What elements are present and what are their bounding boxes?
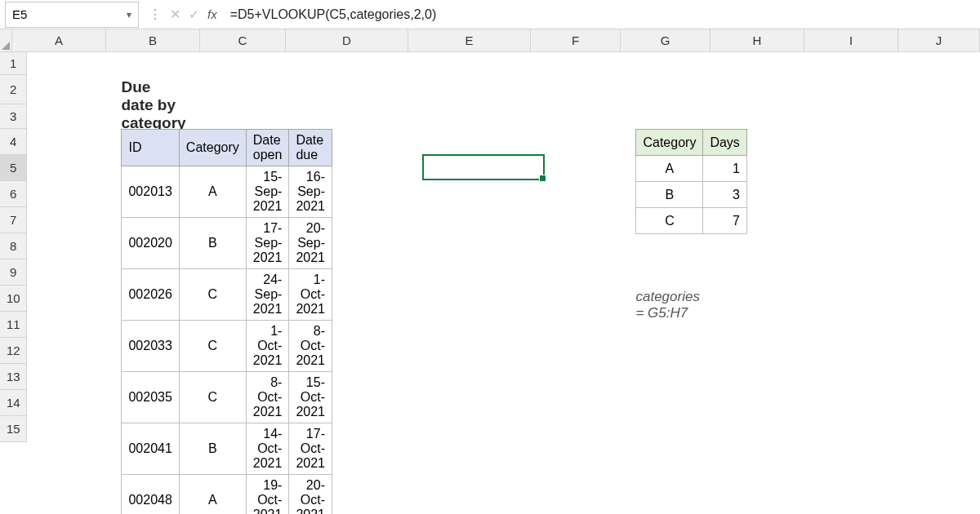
cell[interactable]: C [179,372,246,423]
fx-icon[interactable]: fx [207,7,217,21]
main-header-3[interactable]: Date due [289,130,332,166]
table-row: 002026C24-Sep-20211-Oct-2021 [122,269,332,321]
dots-icon[interactable]: ⋮ [149,7,162,22]
row-header-10[interactable]: 10 [0,286,27,312]
cell[interactable]: A [179,166,246,218]
row-header-9[interactable]: 9 [0,259,27,286]
col-header-G[interactable]: G [621,29,710,52]
select-all-corner[interactable] [0,29,12,52]
col-header-C[interactable]: C [200,29,286,52]
cell[interactable]: B [636,182,703,208]
lookup-header-0[interactable]: Category [636,130,703,156]
row-header-2[interactable]: 2 [0,75,27,104]
cell[interactable]: 002048 [122,475,179,515]
col-header-E[interactable]: E [408,29,531,52]
formula-bar-icons: ⋮ ✕ ✓ fx [142,7,224,22]
col-header-F[interactable]: F [531,29,621,52]
cell[interactable]: C [179,321,246,372]
table-row: 002041B14-Oct-202117-Oct-2021 [122,423,332,475]
col-header-J[interactable]: J [898,29,980,52]
col-header-D[interactable]: D [286,29,408,52]
table-row: 002048A19-Oct-202120-Oct-2021 [122,475,332,515]
row-header-1[interactable]: 1 [0,52,27,75]
page-title: Due date by category [121,78,185,132]
cell[interactable]: 002013 [122,166,179,218]
row-header-8[interactable]: 8 [0,233,27,259]
cell[interactable]: 3 [703,182,746,208]
cell[interactable]: 1-Oct-2021 [246,321,289,372]
cell[interactable]: 002033 [122,321,179,372]
chevron-down-icon[interactable]: ▾ [127,9,131,20]
col-header-H[interactable]: H [710,29,804,52]
row-header-3[interactable]: 3 [0,104,27,129]
formula-bar: E5 ▾ ⋮ ✕ ✓ fx =D5+VLOOKUP(C5,categories,… [0,0,980,29]
table-row: 002013A15-Sep-202116-Sep-2021 [122,166,332,218]
cell[interactable]: 7 [703,208,746,234]
col-header-I[interactable]: I [804,29,898,52]
cell[interactable]: 14-Oct-2021 [246,423,289,475]
cell[interactable]: 17-Sep-2021 [246,218,289,269]
row-header-14[interactable]: 14 [0,390,27,416]
cell[interactable]: 8-Oct-2021 [246,372,289,423]
table-row: B3 [636,182,746,208]
row-header-12[interactable]: 12 [0,338,27,364]
cell[interactable]: 15-Sep-2021 [246,166,289,218]
cell[interactable]: 24-Sep-2021 [246,269,289,321]
cell[interactable]: A [636,156,703,182]
cancel-icon[interactable]: ✕ [170,7,180,22]
table-row: 002035C8-Oct-202115-Oct-2021 [122,372,332,423]
cell[interactable]: 16-Sep-2021 [289,166,332,218]
cell[interactable]: 002020 [122,218,179,269]
selection-box [422,154,545,180]
confirm-icon[interactable]: ✓ [189,7,199,22]
named-range-note: categories = G5:H7 [635,289,699,321]
main-header-0[interactable]: ID [122,130,179,166]
cell[interactable]: 1 [703,156,746,182]
cell[interactable]: C [636,208,703,234]
cell[interactable]: 15-Oct-2021 [289,372,332,423]
main-table: IDCategoryDate openDate due002013A15-Sep… [121,129,332,514]
main-header-1[interactable]: Category [179,130,246,166]
cell[interactable]: 8-Oct-2021 [289,321,332,372]
name-box-value: E5 [12,7,27,21]
row-header-7[interactable]: 7 [0,207,27,233]
cell[interactable]: C [179,269,246,321]
row-header-4[interactable]: 4 [0,129,27,155]
cell[interactable]: 002041 [122,423,179,475]
table-row: 002033C1-Oct-20218-Oct-2021 [122,321,332,372]
table-row: A1 [636,156,746,182]
col-header-A[interactable]: A [12,29,106,52]
row-header-6[interactable]: 6 [0,181,27,207]
cell[interactable]: 002026 [122,269,179,321]
lookup-table: CategoryDaysA1B3C7 [635,129,746,234]
table-row: 002020B17-Sep-202120-Sep-2021 [122,218,332,269]
cell[interactable]: B [179,218,246,269]
cell[interactable]: 1-Oct-2021 [289,269,332,321]
row-header-5[interactable]: 5 [0,155,27,181]
name-box[interactable]: E5 ▾ [5,2,139,28]
cell[interactable]: A [179,475,246,515]
formula-input[interactable]: =D5+VLOOKUP(C5,categories,2,0) [224,0,980,29]
row-header-13[interactable]: 13 [0,364,27,390]
lookup-header-1[interactable]: Days [703,130,746,156]
cell[interactable]: 17-Oct-2021 [289,423,332,475]
row-header-11[interactable]: 11 [0,312,27,338]
row-headers: 123456789101112131415 [0,52,27,442]
grid[interactable]: Due date by categoryIDCategoryDate openD… [27,52,980,442]
cell[interactable]: 20-Sep-2021 [289,218,332,269]
cell[interactable]: 19-Oct-2021 [246,475,289,515]
cell[interactable]: 002035 [122,372,179,423]
col-header-B[interactable]: B [106,29,200,52]
column-headers: ABCDEFGHIJ [0,29,980,52]
cell[interactable]: B [179,423,246,475]
table-row: C7 [636,208,746,234]
row-header-15[interactable]: 15 [0,416,27,442]
main-header-2[interactable]: Date open [246,130,289,166]
cell[interactable]: 20-Oct-2021 [289,475,332,515]
